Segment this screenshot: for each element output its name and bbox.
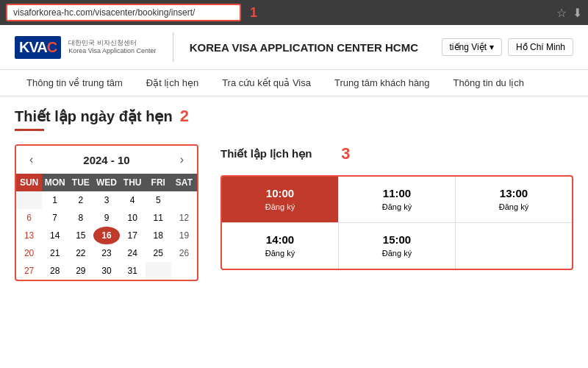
browser-bar: visaforkorea-hc.com/visacenter/booking/i…: [0, 0, 588, 25]
calendar-day[interactable]: 15: [68, 227, 93, 244]
calendar-day[interactable]: 29: [68, 262, 93, 280]
time-value: 11:00: [345, 187, 449, 199]
header-right: tiếng Việt ▾ Hồ Chí Minh: [442, 38, 574, 56]
nav-item-travel[interactable]: Thông tin du lịch: [442, 70, 537, 96]
col-header-wed: WED: [93, 174, 119, 191]
calendar-day[interactable]: 11: [146, 209, 171, 227]
logo-subtitle: 대한민국 비자신청센터 Korea Visa Application Cente…: [68, 39, 156, 55]
time-register-label: Đăng ký: [382, 202, 412, 211]
booking-panel-title: Thiết lập lịch hẹn 3: [220, 144, 573, 163]
calendar-day[interactable]: 24: [120, 244, 146, 262]
url-text: visaforkorea-hc.com/visacenter/booking/i…: [13, 7, 195, 18]
calendar-day[interactable]: 17: [120, 227, 146, 244]
title-underline: [15, 129, 44, 131]
calendar-day[interactable]: 23: [93, 244, 119, 262]
calendar-day[interactable]: 19: [171, 227, 197, 244]
booking-panel: Thiết lập lịch hẹn 3 10:00Đăng ký11:00Đă…: [220, 144, 573, 281]
header: KVAC 대한민국 비자신청센터 Korea Visa Application …: [0, 25, 588, 70]
calendar-day[interactable]: 25: [146, 244, 171, 262]
time-slot-cell[interactable]: 14:00Đăng ký: [222, 223, 339, 269]
col-header-tue: TUE: [68, 174, 93, 191]
calendar-day[interactable]: 6: [16, 209, 42, 227]
time-slot-grid: 10:00Đăng ký11:00Đăng ký13:00Đăng ký14:0…: [220, 175, 573, 270]
col-header-thu: THU: [120, 174, 146, 191]
kvac-logo: KVAC: [15, 36, 61, 59]
time-slot-row: 10:00Đăng ký11:00Đăng ký13:00Đăng ký: [222, 177, 572, 223]
time-value: 13:00: [462, 187, 566, 199]
badge-1: 1: [250, 5, 257, 21]
download-icon[interactable]: ⬇: [573, 6, 582, 20]
booking-title-text: Thiết lập lịch hẹn: [220, 147, 312, 160]
page-title: Thiết lập ngày đặt hẹn 2: [15, 107, 573, 126]
time-register-label: Đăng ký: [265, 202, 295, 211]
nav-item-visa-lookup[interactable]: Tra cứu kết quả Visa: [210, 70, 323, 96]
city-label: Hồ Chí Minh: [516, 42, 565, 52]
calendar-header: ‹ 2024 - 10 ›: [16, 146, 197, 174]
next-month-button[interactable]: ›: [176, 152, 188, 168]
logo-area: KVAC 대한민국 비자신청센터 Korea Visa Application …: [15, 36, 157, 59]
col-header-sun: SUN: [16, 174, 42, 191]
calendar-day[interactable]: 27: [16, 262, 42, 280]
nav-item-customer[interactable]: Trung tâm khách hàng: [323, 70, 442, 96]
star-icon[interactable]: ☆: [556, 6, 567, 20]
time-slot-cell[interactable]: 11:00Đăng ký: [339, 177, 456, 222]
calendar-day[interactable]: 30: [93, 262, 119, 280]
url-bar[interactable]: visaforkorea-hc.com/visacenter/booking/i…: [6, 4, 241, 21]
calendar-day[interactable]: 5: [146, 191, 171, 209]
calendar-day[interactable]: 3: [93, 191, 119, 209]
calendar-day[interactable]: 4: [120, 191, 146, 209]
calendar-day[interactable]: 14: [42, 227, 68, 244]
calendar-grid: SUN MON TUE WED THU FRI SAT 123456789101…: [16, 174, 197, 280]
calendar-day[interactable]: 16: [93, 227, 119, 244]
calendar-day[interactable]: 20: [16, 244, 42, 262]
chevron-down-icon: ▾: [490, 42, 494, 52]
time-slot-cell[interactable]: 13:00Đăng ký: [456, 177, 572, 222]
col-header-mon: MON: [42, 174, 68, 191]
calendar-day: [16, 191, 42, 209]
col-header-sat: SAT: [171, 174, 197, 191]
nav-item-about[interactable]: Thông tin về trung tâm: [15, 70, 135, 96]
navigation: Thông tin về trung tâm Đặt lịch hẹn Tra …: [0, 70, 588, 96]
time-register-label: Đăng ký: [499, 202, 528, 211]
time-slot-cell: [456, 223, 572, 269]
city-button[interactable]: Hồ Chí Minh: [508, 38, 573, 56]
time-slot-cell[interactable]: 10:00Đăng ký: [222, 177, 339, 222]
calendar-day[interactable]: 1: [42, 191, 68, 209]
calendar-day[interactable]: 7: [42, 209, 68, 227]
time-value: 14:00: [228, 233, 332, 246]
main-content: ‹ 2024 - 10 › SUN MON TUE WED THU FRI SA…: [0, 137, 588, 289]
calendar-day[interactable]: 18: [146, 227, 171, 244]
calendar-day[interactable]: 28: [42, 262, 68, 280]
time-slot-row: 14:00Đăng ký15:00Đăng ký: [222, 223, 572, 269]
badge-2: 2: [180, 107, 189, 126]
calendar-month-label: 2024 - 10: [83, 154, 129, 166]
calendar-day: [146, 262, 171, 280]
calendar-day[interactable]: 9: [93, 209, 119, 227]
calendar-day[interactable]: 31: [120, 262, 146, 280]
time-register-label: Đăng ký: [382, 249, 412, 258]
badge-3: 3: [341, 144, 350, 163]
calendar-day[interactable]: 2: [68, 191, 93, 209]
nav-item-booking[interactable]: Đặt lịch hẹn: [135, 70, 210, 96]
header-title: KOREA VISA APPLICATION CENTER HCMC: [190, 41, 433, 54]
language-button[interactable]: tiếng Việt ▾: [442, 38, 502, 56]
calendar-day[interactable]: 26: [171, 244, 197, 262]
calendar-day[interactable]: 21: [42, 244, 68, 262]
lang-label: tiếng Việt: [450, 42, 487, 52]
calendar: ‹ 2024 - 10 › SUN MON TUE WED THU FRI SA…: [15, 144, 198, 281]
calendar-day[interactable]: 22: [68, 244, 93, 262]
header-divider: [173, 32, 173, 62]
time-value: 15:00: [345, 233, 449, 246]
calendar-day[interactable]: 10: [120, 209, 146, 227]
calendar-day[interactable]: 13: [16, 227, 42, 244]
prev-month-button[interactable]: ‹: [25, 152, 37, 168]
page-title-text: Thiết lập ngày đặt hẹn: [15, 107, 173, 125]
time-slot-cell[interactable]: 15:00Đăng ký: [339, 223, 456, 269]
page-title-area: Thiết lập ngày đặt hẹn 2: [0, 96, 588, 137]
time-value: 10:00: [228, 187, 332, 199]
time-register-label: Đăng ký: [265, 249, 295, 258]
col-header-fri: FRI: [146, 174, 171, 191]
calendar-day[interactable]: 12: [171, 209, 197, 227]
calendar-day[interactable]: 8: [68, 209, 93, 227]
